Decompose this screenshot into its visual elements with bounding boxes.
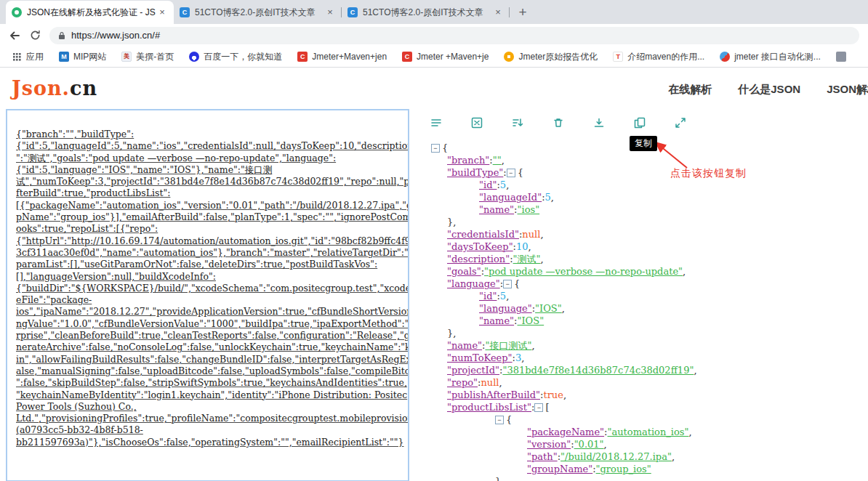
editor-line: in","allowFailingBuildResults":false,"ch… bbox=[16, 354, 402, 365]
bookmark-item[interactable]: jmeter 接口自动化测... bbox=[714, 49, 827, 65]
tree-line: "daysToKeep":10, bbox=[431, 240, 868, 253]
json-punct: , bbox=[672, 451, 675, 462]
tab-close-icon[interactable]: × bbox=[156, 7, 168, 18]
json-punct: , bbox=[683, 266, 686, 277]
site-nav-item-1[interactable]: 在线解析 bbox=[668, 83, 712, 97]
json-key: "goals" bbox=[447, 266, 481, 277]
json-punct: , bbox=[562, 303, 565, 314]
bookmark-item[interactable]: 美美撰-首页 bbox=[116, 49, 180, 65]
lock-icon bbox=[57, 31, 66, 40]
json-string: "ios" bbox=[518, 204, 540, 215]
tree-line: "path":"/build/2018.12.27.ipa", bbox=[431, 450, 868, 463]
bookmark-item[interactable]: MMIP网站 bbox=[53, 49, 112, 65]
editor-line: ooks":true,"repoList":[{"repo": bbox=[16, 223, 402, 235]
json-string: "381bd4e7f8e14d36b87c74c38d02ff19" bbox=[502, 365, 694, 376]
browser-tab[interactable]: JSON在线解析及格式化验证 - JS× bbox=[6, 1, 174, 24]
json-key: "name" bbox=[479, 204, 514, 215]
collapse-toggle-icon[interactable]: − bbox=[507, 169, 515, 177]
delete-icon[interactable] bbox=[552, 116, 565, 129]
json-literal: null bbox=[522, 229, 540, 240]
browser-tab[interactable]: C51CTO博客2.0-原创IT技术文章× bbox=[174, 1, 342, 24]
editor-line: (a0793cc5-bb32-4b8f-b518- bbox=[16, 424, 402, 436]
json-string: "IOS" bbox=[535, 303, 562, 314]
cto-favicon: C bbox=[347, 7, 358, 17]
json-input-editor[interactable]: {"branch":"","buildType":{"id":5,"langua… bbox=[6, 109, 409, 481]
mip-bookmark-icon: M bbox=[59, 52, 69, 62]
editor-line: 试","numToKeep":3,"projectId":"381bd4e7f8… bbox=[16, 176, 402, 187]
tab-close-icon[interactable]: × bbox=[324, 7, 336, 18]
bookmark-item[interactable]: CJmeter+Maven+jen bbox=[292, 49, 393, 64]
site-nav-item-3[interactable]: JSON解析 bbox=[827, 83, 868, 97]
tab-title: 51CTO博客2.0-原创IT技术文章 bbox=[363, 7, 492, 19]
bookmark-item[interactable]: T介绍maven的作用... bbox=[607, 49, 710, 65]
orange-bookmark-icon bbox=[504, 52, 514, 62]
bookmark-label: 应用 bbox=[26, 51, 44, 63]
tree-line: "packageName":"automation_ios", bbox=[431, 426, 868, 438]
json-string: "测试" bbox=[513, 254, 541, 264]
json-key: "buildType" bbox=[447, 167, 503, 178]
new-tab-button[interactable]: + bbox=[513, 2, 533, 23]
export-icon[interactable] bbox=[470, 116, 483, 129]
json-key: "groupName" bbox=[527, 464, 592, 474]
reload-button[interactable] bbox=[25, 26, 45, 45]
viewer-toolbar bbox=[414, 109, 868, 135]
json-number: 5 bbox=[500, 179, 506, 190]
expand-icon[interactable] bbox=[674, 116, 687, 129]
json-key: "productLibsList" bbox=[447, 402, 531, 413]
json-punct: , bbox=[688, 427, 691, 437]
sort-icon[interactable] bbox=[511, 116, 524, 129]
json-punct: { bbox=[506, 414, 512, 425]
bookmark-item[interactable] bbox=[830, 49, 848, 64]
annotation-text: 点击该按钮复制 bbox=[670, 167, 747, 180]
json-punct: [ bbox=[545, 402, 549, 413]
main-content: {"branch":"","buildType":{"id":5,"langua… bbox=[0, 109, 868, 481]
json-viewer: −{"branch":"","buildType":−{"id":5,"lang… bbox=[414, 109, 868, 481]
bookmark-item[interactable]: Jmeter原始报告优化 bbox=[498, 49, 603, 65]
editor-line: {"buildDir":"${WORKSPACE}/build/","xcode… bbox=[16, 283, 402, 294]
json-key: "language" bbox=[447, 278, 500, 289]
bookmark-label: 美撰-首页 bbox=[136, 51, 174, 63]
collapse-toggle-icon[interactable]: − bbox=[534, 403, 543, 412]
tree-line: "id":5, bbox=[431, 290, 868, 302]
bookmark-item[interactable]: 百度一下，你就知道 bbox=[183, 49, 288, 65]
logo-secondary: cn bbox=[70, 77, 97, 100]
collapse-toggle-icon[interactable]: − bbox=[495, 416, 504, 424]
editor-line: {"branch":"","buildType": bbox=[16, 129, 402, 140]
json-key: "id" bbox=[479, 179, 497, 190]
json-punct: , bbox=[521, 352, 524, 363]
tree-line: "version":"0.01", bbox=[431, 438, 868, 450]
json-punct: , bbox=[551, 192, 554, 203]
json-punct: , bbox=[499, 377, 502, 388]
bookmark-item[interactable]: CJmeter +Maven+je bbox=[396, 49, 494, 64]
editor-line: pName":"group_ios"}],"emailAfterBuild":f… bbox=[16, 211, 402, 223]
logo-primary: Json. bbox=[12, 77, 70, 100]
json-key: "repo" bbox=[447, 377, 478, 388]
tree-line: −{ bbox=[431, 413, 868, 426]
site-nav-item-2[interactable]: 什么是JSON bbox=[738, 83, 800, 97]
collapse-toggle-icon[interactable]: − bbox=[431, 144, 440, 153]
csdn-bookmark-icon bbox=[720, 52, 730, 62]
bookmark-label: Jmeter原始报告优化 bbox=[518, 51, 598, 63]
collapse-toggle-icon[interactable]: − bbox=[503, 280, 512, 288]
bookmark-item[interactable]: 应用 bbox=[6, 49, 49, 65]
copy-icon[interactable] bbox=[633, 116, 646, 129]
editor-line: alse,"manualSigning":false,"uploadBitcod… bbox=[16, 365, 402, 377]
json-punct: , bbox=[694, 365, 696, 376]
editor-line: Ltd.","provisioningProfiles":true,"profi… bbox=[16, 413, 402, 424]
tab-strip: JSON在线解析及格式化验证 - JS×C51CTO博客2.0-原创IT技术文章… bbox=[0, 0, 868, 24]
json-punct: { bbox=[518, 167, 523, 178]
compress-icon[interactable] bbox=[430, 116, 443, 129]
editor-line: [{"packageName":"automation_ios","versio… bbox=[16, 200, 402, 211]
tree-line: "publishAfterBuild":true, bbox=[431, 389, 868, 401]
editor-line: {"httpUrl":"http://10.16.69.174/automati… bbox=[16, 235, 402, 247]
editor-line: fterBuild":true,"productLibsList": bbox=[16, 187, 402, 199]
browser-tab[interactable]: C51CTO博客2.0-原创IT技术文章× bbox=[342, 1, 510, 24]
tab-close-icon[interactable]: × bbox=[492, 7, 504, 18]
download-icon[interactable] bbox=[592, 116, 606, 129]
json-punct: , bbox=[604, 439, 607, 450]
json-key: "branch" bbox=[447, 155, 489, 166]
site-logo[interactable]: Json.cn bbox=[12, 77, 97, 100]
back-button[interactable] bbox=[4, 26, 25, 45]
json-key: "projectId" bbox=[447, 365, 499, 376]
address-bar[interactable]: https://www.json.cn/# bbox=[49, 27, 859, 44]
